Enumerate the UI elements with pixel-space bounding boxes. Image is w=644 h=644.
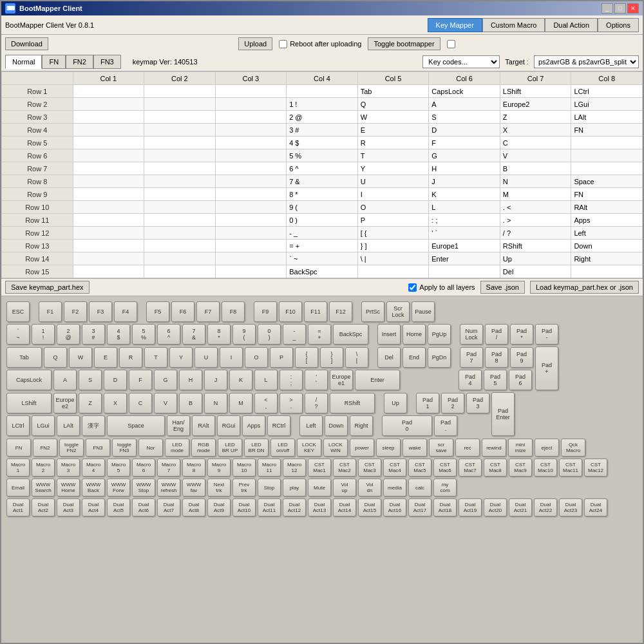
cell-13-1[interactable] <box>73 240 144 252</box>
cell-6-3[interactable] <box>215 149 287 162</box>
keyboard-key[interactable]: <, <box>254 393 278 413</box>
cell-5-2[interactable] <box>144 137 216 149</box>
keyboard-key[interactable]: RCtrl <box>267 415 290 436</box>
keyboard-key[interactable]: LOCKWIN <box>323 439 348 457</box>
cell-13-7[interactable]: RShift <box>500 240 571 252</box>
cell-3-8[interactable]: LAlt <box>571 111 643 124</box>
save-hex-button[interactable]: Save keymap_part.hex <box>5 281 90 294</box>
keyboard-key[interactable]: 3# <box>82 324 105 345</box>
keyboard-key[interactable]: LEDmode <box>165 439 189 457</box>
keyboard-key[interactable]: F12 <box>329 301 352 322</box>
keyboard-key[interactable]: LOCKKEY <box>297 439 321 457</box>
cell-1-8[interactable]: LCtrl <box>571 85 643 98</box>
cell-7-4[interactable]: 6 ^ <box>287 162 358 175</box>
keyboard-key[interactable]: CSTMac1 <box>308 459 331 477</box>
keyboard-key[interactable]: O <box>245 347 268 368</box>
keyboard-key[interactable]: 0) <box>258 324 281 345</box>
cell-3-4[interactable]: 2 @ <box>287 111 358 124</box>
keyboard-key[interactable]: DualAct17 <box>408 498 431 516</box>
cell-3-2[interactable] <box>144 111 216 124</box>
keyboard-key[interactable]: Home <box>402 324 426 345</box>
save-json-button[interactable]: Save .json <box>480 281 525 294</box>
keyboard-key[interactable]: Insert <box>377 324 401 345</box>
cell-4-5[interactable]: E <box>357 124 429 137</box>
cell-12-8[interactable]: Left <box>571 227 643 240</box>
keyboard-key[interactable]: Pad- <box>535 324 558 345</box>
keyboard-key[interactable]: W <box>69 347 92 368</box>
cell-6-7[interactable]: V <box>500 149 571 162</box>
minimize-button[interactable]: _ <box>601 3 613 14</box>
keyboard-key[interactable]: minimize <box>508 439 533 457</box>
cell-15-6[interactable] <box>429 265 500 278</box>
cell-2-1[interactable] <box>73 98 144 111</box>
close-button[interactable]: ✕ <box>627 3 639 14</box>
cell-12-3[interactable] <box>215 227 287 240</box>
keyboard-key[interactable]: }] <box>320 347 343 368</box>
cell-3-7[interactable]: Z <box>500 111 571 124</box>
cell-10-4[interactable]: 9 ( <box>287 201 358 214</box>
keyboard-key[interactable]: Del <box>377 347 401 368</box>
keyboard-key[interactable]: 9( <box>232 324 256 345</box>
cell-3-5[interactable]: W <box>357 111 429 124</box>
keyboard-key[interactable]: F7 <box>196 301 220 322</box>
cell-10-8[interactable]: RAlt <box>571 201 643 214</box>
keyboard-key[interactable]: Pad3 <box>466 393 489 413</box>
cell-4-6[interactable]: D <box>429 124 500 137</box>
cell-14-6[interactable]: Enter <box>429 252 500 265</box>
load-hex-button[interactable]: Load keymap_part.hex or .json <box>530 281 639 294</box>
keyboard-key[interactable]: LCtrl <box>6 415 30 436</box>
cell-10-5[interactable]: O <box>357 201 429 214</box>
keyboard-key[interactable]: F3 <box>89 301 112 322</box>
keyboard-key[interactable]: F10 <box>279 301 302 322</box>
keyboard-key[interactable]: :; <box>279 370 303 390</box>
keyboard-key[interactable]: G <box>154 370 177 390</box>
keyboard-key[interactable]: Pad8 <box>485 347 508 368</box>
keyboard-key[interactable]: Pad+ <box>535 346 558 390</box>
keyboard-key[interactable]: LShift <box>6 393 52 413</box>
keyboard-key[interactable]: DualAct23 <box>559 498 582 516</box>
upload-button[interactable]: Upload <box>238 37 272 50</box>
apply-all-checkbox[interactable] <box>408 283 417 292</box>
cell-8-2[interactable] <box>144 175 216 188</box>
cell-12-1[interactable] <box>73 227 144 240</box>
cell-9-2[interactable] <box>144 188 216 201</box>
cell-14-5[interactable]: \ | <box>357 252 429 265</box>
tab-dual-action[interactable]: Dual Action <box>545 18 598 32</box>
keyboard-key[interactable]: U <box>194 347 218 368</box>
cell-9-3[interactable] <box>215 188 287 201</box>
keyboard-key[interactable]: LAlt <box>57 415 80 436</box>
keyboard-key[interactable]: M <box>229 393 252 413</box>
cell-12-6[interactable]: ' ` <box>429 227 500 240</box>
keyboard-key[interactable]: I <box>220 347 243 368</box>
cell-4-3[interactable] <box>215 124 287 137</box>
keyboard-key[interactable]: 漢字 <box>82 415 105 436</box>
keyboard-key[interactable]: P <box>270 347 293 368</box>
reboot-checkbox[interactable] <box>279 40 287 48</box>
keyboard-key[interactable]: RAlt <box>192 415 215 436</box>
keyboard-key[interactable]: S <box>79 370 102 390</box>
keyboard-key[interactable]: X <box>104 393 127 413</box>
keyboard-key[interactable]: DualAct12 <box>283 498 306 516</box>
keyboard-key[interactable]: WWWSearch <box>32 478 55 497</box>
keyboard-key[interactable]: CSTMac5 <box>408 459 431 477</box>
cell-5-4[interactable]: 4 $ <box>287 137 358 149</box>
keyboard-key[interactable]: Pad/ <box>485 324 508 345</box>
maximize-button[interactable]: □ <box>614 3 626 14</box>
keyboard-key[interactable]: Prevtrk <box>232 478 256 497</box>
keyboard-key[interactable]: Pad6 <box>509 370 532 390</box>
keyboard-key[interactable]: Y <box>169 347 193 368</box>
keyboard-key[interactable]: Up <box>384 393 407 413</box>
cell-2-2[interactable] <box>144 98 216 111</box>
cell-3-1[interactable] <box>73 111 144 124</box>
keyboard-key[interactable]: CSTMac3 <box>358 459 381 477</box>
cell-9-4[interactable]: 8 * <box>287 188 358 201</box>
keyboard-key[interactable]: LEDBR UP <box>218 439 242 457</box>
keyboard-key[interactable]: Macro5 <box>107 459 130 477</box>
cell-1-7[interactable]: LShift <box>500 85 571 98</box>
keyboard-key[interactable]: Right <box>350 415 373 436</box>
keyboard-key[interactable]: Mute <box>308 478 331 497</box>
toggle-bootmapper-button[interactable]: Toggle bootmapper <box>368 37 440 50</box>
keyboard-key[interactable]: 7& <box>182 324 205 345</box>
cell-8-5[interactable]: U <box>357 175 429 188</box>
tab-fn3[interactable]: FN3 <box>93 55 121 69</box>
